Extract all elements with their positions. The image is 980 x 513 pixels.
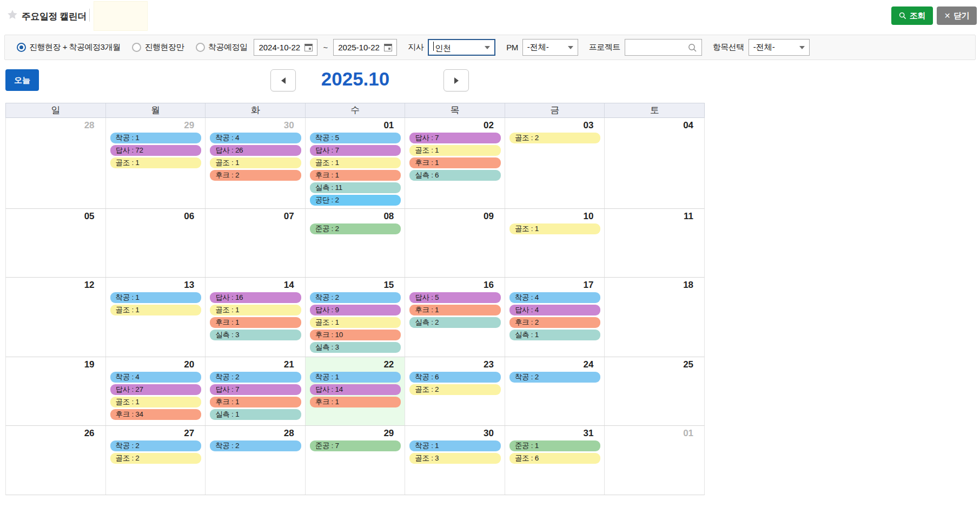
event-badge[interactable]: 착공 : 1 — [110, 133, 202, 143]
event-badge[interactable]: 골조 : 1 — [310, 157, 401, 168]
close-button[interactable]: ✕ 닫기 — [937, 6, 977, 25]
calendar-icon[interactable] — [304, 44, 313, 51]
calendar-day[interactable]: 24착공 : 2 — [505, 357, 605, 425]
event-badge[interactable]: 준공 : 2 — [310, 223, 401, 234]
event-badge[interactable]: 골조 : 1 — [409, 145, 501, 156]
event-badge[interactable]: 준공 : 1 — [509, 440, 601, 451]
calendar-day[interactable]: 13착공 : 1골조 : 1 — [106, 278, 206, 357]
event-badge[interactable]: 후크 : 34 — [110, 409, 202, 420]
calendar-day[interactable]: 30착공 : 1골조 : 3 — [405, 426, 505, 495]
event-badge[interactable]: 후크 : 1 — [210, 397, 301, 407]
pm-select[interactable]: -전체- — [522, 39, 578, 56]
event-badge[interactable]: 실측 : 3 — [310, 342, 401, 353]
event-badge[interactable]: 골조 : 1 — [210, 305, 301, 315]
event-badge[interactable]: 착공 : 5 — [310, 133, 401, 143]
calendar-day[interactable]: 01 — [605, 426, 704, 495]
calendar-day[interactable]: 29준공 : 7 — [306, 426, 406, 495]
event-badge[interactable]: 후크 : 10 — [310, 330, 401, 340]
date-from-input[interactable]: 2024-10-22 — [254, 39, 317, 56]
calendar-day[interactable]: 10골조 : 1 — [505, 209, 605, 277]
event-badge[interactable]: 답사 : 4 — [509, 305, 601, 315]
event-badge[interactable]: 후크 : 1 — [210, 317, 301, 328]
event-badge[interactable]: 답사 : 14 — [310, 384, 401, 395]
calendar-day[interactable]: 14답사 : 16골조 : 1후크 : 1실측 : 3 — [206, 278, 306, 357]
prev-month-button[interactable] — [270, 69, 296, 91]
event-badge[interactable]: 골조 : 1 — [310, 317, 401, 328]
event-badge[interactable]: 답사 : 7 — [210, 384, 301, 395]
radio-start-date[interactable]: 착공예정일 — [196, 42, 248, 52]
event-badge[interactable]: 골조 : 2 — [409, 384, 501, 395]
event-badge[interactable]: 골조 : 1 — [509, 223, 601, 234]
event-badge[interactable]: 골조 : 1 — [110, 157, 202, 168]
search-icon[interactable] — [687, 43, 697, 52]
calendar-day[interactable]: 31준공 : 1골조 : 6 — [505, 426, 605, 495]
event-badge[interactable]: 골조 : 6 — [509, 453, 601, 464]
calendar-day[interactable]: 12 — [6, 278, 106, 357]
event-badge[interactable]: 공단 : 2 — [310, 195, 401, 206]
calendar-day[interactable]: 26 — [6, 426, 106, 495]
calendar-day[interactable]: 05 — [6, 209, 106, 277]
calendar-day[interactable]: 30착공 : 4답사 : 26골조 : 1후크 : 2 — [206, 118, 306, 208]
calendar-day[interactable]: 25 — [605, 357, 704, 425]
calendar-day[interactable]: 03골조 : 2 — [505, 118, 605, 208]
calendar-day[interactable]: 16답사 : 5후크 : 1실측 : 2 — [405, 278, 505, 357]
calendar-day[interactable]: 04 — [605, 118, 704, 208]
event-badge[interactable]: 착공 : 2 — [210, 372, 301, 383]
event-badge[interactable]: 골조 : 1 — [210, 157, 301, 168]
search-button[interactable]: 조회 — [891, 6, 933, 25]
event-badge[interactable]: 실측 : 6 — [409, 170, 501, 181]
event-badge[interactable]: 답사 : 16 — [210, 292, 301, 303]
calendar-day[interactable]: 06 — [106, 209, 206, 277]
event-badge[interactable]: 답사 : 26 — [210, 145, 301, 156]
calendar-day[interactable]: 07 — [206, 209, 306, 277]
calendar-day-today[interactable]: 22착공 : 1답사 : 14후크 : 1 — [306, 357, 406, 425]
calendar-day[interactable]: 09 — [405, 209, 505, 277]
event-badge[interactable]: 후크 : 1 — [310, 397, 401, 407]
today-button[interactable]: 오늘 — [5, 69, 39, 91]
event-badge[interactable]: 후크 : 1 — [310, 170, 401, 181]
event-badge[interactable]: 착공 : 2 — [110, 440, 202, 451]
event-badge[interactable]: 후크 : 2 — [509, 317, 601, 328]
event-badge[interactable]: 골조 : 3 — [409, 453, 501, 464]
event-badge[interactable]: 후크 : 2 — [210, 170, 301, 181]
calendar-day[interactable]: 01착공 : 5답사 : 7골조 : 1후크 : 1실측 : 11공단 : 2 — [306, 118, 406, 208]
event-badge[interactable]: 답사 : 5 — [409, 292, 501, 303]
event-badge[interactable]: 착공 : 4 — [509, 292, 601, 303]
event-badge[interactable]: 골조 : 2 — [110, 453, 202, 464]
branch-select[interactable]: 인천 — [428, 39, 495, 56]
event-badge[interactable]: 답사 : 9 — [310, 305, 401, 315]
event-badge[interactable]: 착공 : 4 — [210, 133, 301, 143]
event-badge[interactable]: 실측 : 2 — [409, 317, 501, 328]
event-badge[interactable]: 답사 : 7 — [409, 133, 501, 143]
event-badge[interactable]: 후크 : 1 — [409, 157, 501, 168]
event-badge[interactable]: 착공 : 1 — [409, 440, 501, 451]
calendar-day[interactable]: 18 — [605, 278, 704, 357]
event-badge[interactable]: 착공 : 6 — [409, 372, 501, 383]
event-badge[interactable]: 후크 : 1 — [409, 305, 501, 315]
radio-ongoing-plus-3months[interactable]: 진행현장 + 착공예정3개월 — [17, 42, 120, 52]
event-badge[interactable]: 답사 : 27 — [110, 384, 202, 395]
event-badge[interactable]: 골조 : 1 — [110, 397, 202, 407]
event-badge[interactable]: 답사 : 7 — [310, 145, 401, 156]
event-badge[interactable]: 착공 : 2 — [310, 292, 401, 303]
event-badge[interactable]: 착공 : 1 — [310, 372, 401, 383]
item-select[interactable]: -전체- — [749, 39, 810, 56]
favorite-star-icon[interactable] — [6, 9, 18, 21]
calendar-day[interactable]: 29착공 : 1답사 : 72골조 : 1 — [106, 118, 206, 208]
event-badge[interactable]: 실측 : 3 — [210, 330, 301, 340]
radio-ongoing-only[interactable]: 진행현장만 — [132, 42, 184, 52]
date-to-input[interactable]: 2025-10-22 — [333, 39, 397, 56]
event-badge[interactable]: 실측 : 1 — [509, 330, 601, 340]
calendar-day[interactable]: 11 — [605, 209, 704, 277]
calendar-day[interactable]: 21착공 : 2답사 : 7후크 : 1실측 : 1 — [206, 357, 306, 425]
next-month-button[interactable] — [443, 69, 469, 91]
event-badge[interactable]: 준공 : 7 — [310, 440, 401, 451]
calendar-day[interactable]: 20착공 : 4답사 : 27골조 : 1후크 : 34 — [106, 357, 206, 425]
event-badge[interactable]: 실측 : 1 — [210, 409, 301, 420]
calendar-day[interactable]: 28 — [6, 118, 106, 208]
calendar-icon[interactable] — [384, 44, 392, 51]
event-badge[interactable]: 착공 : 2 — [210, 440, 301, 451]
calendar-day[interactable]: 02답사 : 7골조 : 1후크 : 1실측 : 6 — [405, 118, 505, 208]
event-badge[interactable]: 실측 : 11 — [310, 182, 401, 193]
event-badge[interactable]: 골조 : 2 — [509, 133, 601, 143]
